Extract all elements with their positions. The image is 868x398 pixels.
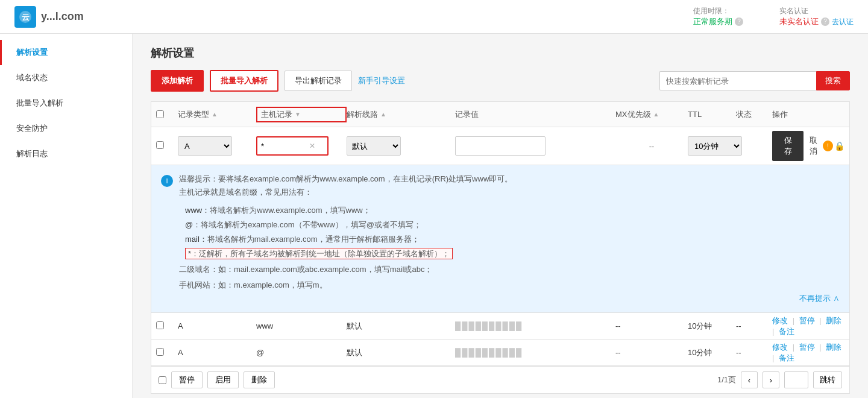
line-sort-icon[interactable]: ▲ — [380, 111, 386, 118]
svg-text:云: 云 — [22, 13, 30, 22]
row1-stop-link[interactable]: 暂停 — [799, 316, 815, 325]
auth-question-icon[interactable]: ? — [821, 17, 829, 26]
host-sort-icon[interactable]: ▼ — [295, 111, 301, 118]
edit-host-cell: ✕ — [256, 136, 347, 156]
row2-mx: -- — [615, 348, 688, 357]
row1-line: 默认 — [347, 321, 455, 332]
page-info: 1/1页 — [717, 374, 736, 385]
row2-line: 默认 — [347, 347, 455, 358]
guide-button[interactable]: 新手引导设置 — [358, 71, 405, 90]
edit-checkbox-cell — [156, 141, 178, 151]
type-select[interactable]: A CNAME MX TXT AAAA — [178, 136, 232, 156]
page-jump-input[interactable] — [784, 371, 808, 388]
row2-checkbox — [156, 348, 178, 358]
header-right: 使用时限： 正常服务期 ? 实名认证 未实名认证 ? 去认证 — [693, 6, 854, 27]
sidebar-item-parse-settings[interactable]: 解析设置 — [0, 40, 132, 65]
table-header: 记录类型 ▲ 主机记录 ▼ 解析线路 ▲ 记录值 MX优先级 ▲ — [151, 102, 849, 127]
th-checkbox — [156, 110, 178, 118]
auth-info: 实名认证 未实名认证 ? 去认证 — [779, 6, 854, 27]
sidebar: 解析设置 域名状态 批量导入解析 安全防护 解析日志 — [0, 34, 133, 398]
auth-link[interactable]: 去认证 — [832, 17, 854, 27]
jump-button[interactable]: 跳转 — [813, 371, 842, 388]
sidebar-item-batch-import[interactable]: 批量导入解析 — [0, 90, 132, 116]
ttl-select[interactable]: 10分钟 30分钟 1小时 — [688, 136, 742, 156]
sidebar-item-parse-log[interactable]: 解析日志 — [0, 141, 132, 166]
tip-box-inner: i 温馨提示：要将域名example.com解析为www.example.com… — [161, 174, 840, 304]
sidebar-item-security[interactable]: 安全防护 — [0, 116, 132, 141]
tip-line-mail: mail：将域名解析为mail.example.com，通常用于解析邮箱服务器； — [185, 234, 840, 245]
search-input[interactable] — [659, 71, 816, 90]
th-line: 解析线路 ▲ — [347, 109, 455, 120]
add-parse-button[interactable]: 添加解析 — [151, 70, 204, 92]
tip-box: i 温馨提示：要将域名example.com解析为www.example.com… — [151, 165, 849, 313]
table-container: 记录类型 ▲ 主机记录 ▼ 解析线路 ▲ 记录值 MX优先级 ▲ — [151, 101, 850, 394]
tip-line-www: www：将域名解析为www.example.com，填写www； — [185, 205, 840, 216]
th-value: 记录值 — [455, 109, 615, 120]
tip-extra2: 手机网站：如：m.example.com，填写m。 — [179, 280, 840, 291]
tip-line-wildcard: *：泛解析，所有子域名均被解析到统一地址（除单独设置的子域名解析）； — [185, 248, 840, 259]
mx-sort-icon[interactable]: ▲ — [653, 111, 659, 118]
logo-text: y...l.com — [41, 10, 84, 23]
row2-edit-link[interactable]: 修改 — [772, 343, 788, 352]
row2-type: A — [178, 348, 256, 357]
row2-status: -- — [736, 348, 772, 357]
edit-row: A CNAME MX TXT AAAA ✕ 默认 — [151, 127, 849, 165]
auth-value: 未实名认证 ? 去认证 — [779, 16, 854, 27]
table-row: A www 默认 ██████████ -- 10分钟 -- 修改 | 暂停 |… — [151, 313, 849, 340]
usage-info: 使用时限： 正常服务期 ? — [693, 6, 743, 27]
row2-value: ██████████ — [455, 348, 615, 357]
hide-tip-button[interactable]: 不再提示 ∧ — [179, 293, 840, 304]
tip-lines: www：将域名解析为www.example.com，填写www； @：将域名解析… — [179, 205, 840, 259]
tip-info-icon: i — [161, 175, 173, 187]
lock-icon: 🔒 — [834, 141, 844, 151]
row2-note-link[interactable]: 备注 — [779, 353, 794, 362]
export-button[interactable]: 导出解析记录 — [285, 71, 352, 91]
batch-import-button[interactable]: 批量导入解析 — [210, 70, 278, 92]
host-input[interactable] — [261, 142, 309, 151]
tip-extra1: 二级域名：如：mail.example.com或abc.example.com，… — [179, 264, 840, 275]
table-row: A @ 默认 ██████████ -- 10分钟 -- 修改 | 暂停 | 删… — [151, 340, 849, 366]
search-button[interactable]: 搜索 — [816, 71, 850, 90]
row1-mx: -- — [615, 321, 688, 330]
row2-actions: 修改 | 暂停 | 删除 | 备注 — [772, 342, 844, 364]
type-sort-icon[interactable]: ▲ — [212, 111, 218, 118]
logo-icon: 云 — [14, 6, 36, 28]
row2-stop-link[interactable]: 暂停 — [799, 343, 815, 352]
pagination: 1/1页 ‹ › 跳转 — [717, 371, 842, 388]
route-select[interactable]: 默认 电信 联通 — [347, 136, 401, 156]
row1-note-link[interactable]: 备注 — [779, 327, 794, 336]
toolbar: 添加解析 批量导入解析 导出解析记录 新手引导设置 搜索 — [151, 70, 850, 92]
usage-value: 正常服务期 ? — [693, 16, 743, 27]
row2-host: @ — [256, 348, 347, 357]
record-value-input[interactable] — [455, 136, 546, 156]
main-content: 解析设置 添加解析 批量导入解析 导出解析记录 新手引导设置 搜索 记录类型 ▲ — [133, 34, 868, 398]
enable-button[interactable]: 启用 — [207, 371, 239, 388]
prev-page-button[interactable]: ‹ — [741, 371, 758, 388]
bottom-checkbox[interactable] — [159, 376, 166, 384]
edit-ttl-cell: 10分钟 30分钟 1小时 — [688, 136, 736, 156]
header-checkbox[interactable] — [156, 110, 164, 118]
row1-host: www — [256, 321, 347, 330]
row2-delete-link[interactable]: 删除 — [826, 343, 841, 352]
host-clear-icon[interactable]: ✕ — [309, 142, 315, 150]
row2-ttl: 10分钟 — [688, 347, 736, 358]
sidebar-item-domain-status[interactable]: 域名状态 — [0, 65, 132, 90]
next-page-button[interactable]: › — [763, 371, 779, 388]
host-input-wrapper: ✕ — [256, 136, 329, 156]
row1-checkbox — [156, 321, 178, 331]
edit-type-cell: A CNAME MX TXT AAAA — [178, 136, 256, 156]
header: 云 y...l.com 使用时限： 正常服务期 ? 实名认证 未实名认证 ? 去… — [0, 0, 868, 34]
edit-value-cell — [455, 136, 615, 156]
page-title: 解析设置 — [151, 46, 850, 60]
save-button[interactable]: 保存 — [772, 131, 804, 161]
th-ttl: TTL — [688, 110, 736, 119]
th-host: 主机记录 ▼ — [256, 107, 347, 122]
row1-delete-link[interactable]: 删除 — [826, 316, 841, 325]
cancel-button[interactable]: 取消 — [806, 135, 820, 157]
delete-button[interactable]: 删除 — [244, 371, 275, 388]
stop-button[interactable]: 暂停 — [171, 371, 203, 388]
edit-row-checkbox[interactable] — [156, 141, 164, 149]
question-icon[interactable]: ? — [735, 17, 743, 26]
row1-actions: 修改 | 暂停 | 删除 | 备注 — [772, 315, 844, 337]
row1-edit-link[interactable]: 修改 — [772, 316, 788, 325]
